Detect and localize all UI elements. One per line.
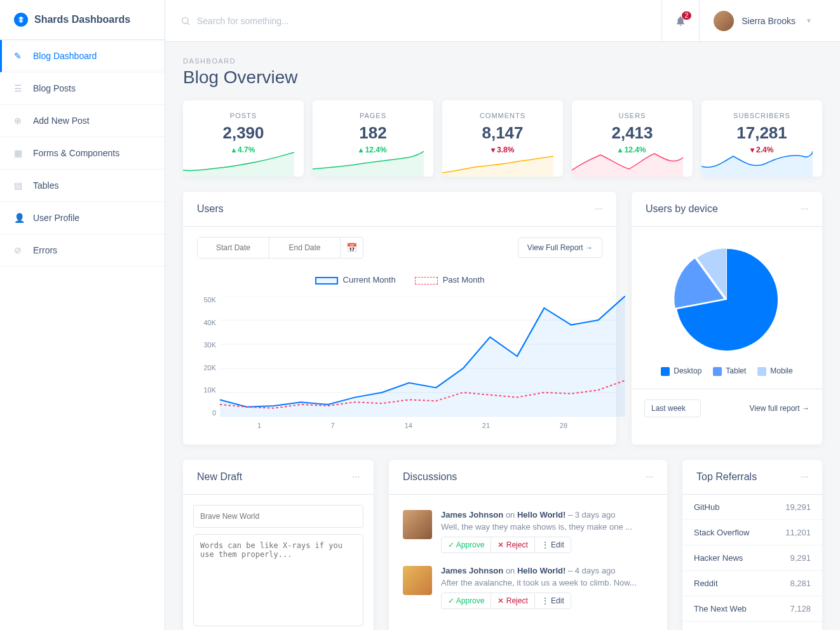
sidebar-item-label: Add New Post <box>33 116 90 126</box>
referral-row[interactable]: Hacker News9,291 <box>682 546 822 571</box>
stat-label: SUBSCRIBERS <box>701 112 822 119</box>
stat-label: COMMENTS <box>442 112 563 119</box>
sidebar-item-blog-dashboard[interactable]: ✎Blog Dashboard <box>0 40 165 72</box>
referral-row[interactable]: The Next Web7,128 <box>682 596 822 622</box>
reject-button[interactable]: ✕ Reject <box>491 537 534 553</box>
date-range: 📅 <box>197 237 363 258</box>
sidebar-item-errors[interactable]: ⊘Errors <box>0 234 165 267</box>
sidebar-item-profile[interactable]: 👤User Profile <box>0 202 165 234</box>
referral-row[interactable]: GitHub19,291 <box>682 495 822 520</box>
sidebar: Shards Dashboards ✎Blog Dashboard ☰Blog … <box>0 0 165 630</box>
referral-row[interactable]: Stack Overflow11,201 <box>682 520 822 546</box>
reject-button[interactable]: ✕ Reject <box>491 593 534 609</box>
sidebar-item-label: Forms & Components <box>33 148 119 158</box>
card-title: Users by device <box>646 203 718 215</box>
edit-button[interactable]: ⋮ Edit <box>534 537 571 553</box>
avatar <box>403 510 432 539</box>
profile-name: Sierra Brooks <box>742 16 796 26</box>
person-icon: 👤 <box>14 213 24 223</box>
search-icon <box>180 16 191 26</box>
profile-dropdown[interactable]: Sierra Brooks ▼ <box>699 0 825 42</box>
stat-users[interactable]: USERS 2,413 ▴ 12.4% <box>572 100 693 177</box>
view-full-report-link[interactable]: View full report → <box>750 404 810 413</box>
brand-title: Shards Dashboards <box>34 14 130 25</box>
discussion-item: James Johnson on Hello World! – 4 days a… <box>403 560 653 615</box>
more-icon[interactable]: ⋯ <box>595 204 602 213</box>
content: DASHBOARD Blog Overview POSTS 2,390 ▴ 4.… <box>165 42 840 630</box>
draft-title-input[interactable] <box>193 505 363 528</box>
page-title: Blog Overview <box>183 67 822 88</box>
search-input[interactable] <box>197 16 451 26</box>
search <box>180 16 661 26</box>
chevron-down-icon: ▼ <box>806 17 812 24</box>
sidebar-item-tables[interactable]: ▤Tables <box>0 170 165 202</box>
approve-button[interactable]: ✓ Approve <box>441 593 491 609</box>
legend-swatch <box>661 367 670 376</box>
sidebar-item-label: Tables <box>33 180 58 191</box>
sidebar-item-add-post[interactable]: ⊕Add New Post <box>0 105 165 137</box>
referral-value: 7,128 <box>790 604 811 613</box>
stat-value: 8,147 <box>442 123 563 143</box>
sparkline-icon <box>183 151 294 177</box>
legend-swatch <box>757 367 766 376</box>
referral-name: Reddit <box>694 579 718 588</box>
calendar-icon[interactable]: 📅 <box>340 238 363 258</box>
more-icon[interactable]: ⋯ <box>646 473 653 481</box>
more-icon[interactable]: ⋯ <box>801 473 808 481</box>
nav: ✎Blog Dashboard ☰Blog Posts ⊕Add New Pos… <box>0 40 165 267</box>
sparkline-icon <box>313 151 424 177</box>
chart-legend: Current Month Past Month <box>197 275 602 285</box>
legend-swatch-current <box>315 277 338 285</box>
sidebar-item-forms[interactable]: ▦Forms & Components <box>0 137 165 170</box>
start-date-input[interactable] <box>198 238 269 258</box>
approve-button[interactable]: ✓ Approve <box>441 537 491 553</box>
plus-icon: ⊕ <box>14 116 24 126</box>
card-title: Discussions <box>403 471 457 483</box>
edit-icon: ✎ <box>14 51 24 61</box>
sparkline-icon <box>572 151 683 177</box>
stat-label: PAGES <box>313 112 433 119</box>
notifications-button[interactable]: 2 <box>661 0 699 42</box>
referral-name: Hacker News <box>694 553 743 563</box>
users-chart: 50K40K30K20K10K0 17142128 <box>197 296 602 429</box>
end-date-input[interactable] <box>269 238 340 258</box>
stat-label: USERS <box>572 112 693 119</box>
card-title: Top Referrals <box>696 471 757 483</box>
referral-row[interactable]: Reddit8,281 <box>682 571 822 596</box>
table-icon: ▤ <box>14 180 24 191</box>
discussion-text: Well, the way they make shows is, they m… <box>441 522 653 532</box>
avatar <box>403 566 432 595</box>
stat-value: 2,390 <box>183 123 304 143</box>
stat-pages[interactable]: PAGES 182 ▴ 12.4% <box>313 100 433 177</box>
draft-body-input[interactable] <box>193 534 363 626</box>
error-icon: ⊘ <box>14 245 24 255</box>
referral-row[interactable]: Tech Crunch6,218 <box>682 622 822 630</box>
sparkline-icon <box>442 151 553 177</box>
stat-comments[interactable]: COMMENTS 8,147 ▾ 3.8% <box>442 100 563 177</box>
stat-value: 182 <box>313 123 433 143</box>
topbar: 2 Sierra Brooks ▼ <box>165 0 840 42</box>
sidebar-item-label: Blog Dashboard <box>33 51 97 61</box>
referral-value: 8,281 <box>790 579 811 588</box>
stats-row: POSTS 2,390 ▴ 4.7% PAGES 182 ▴ 12.4% COM… <box>183 100 822 177</box>
sparkline-icon <box>701 151 813 177</box>
view-full-report-button[interactable]: View Full Report → <box>518 238 602 258</box>
notification-badge: 2 <box>682 11 692 20</box>
stat-label: POSTS <box>183 112 304 119</box>
draft-card: New Draft ⋯ <box>183 460 374 630</box>
brand[interactable]: Shards Dashboards <box>0 0 165 40</box>
range-select[interactable]: Last week <box>644 399 701 417</box>
referral-value: 9,291 <box>790 553 811 563</box>
stat-subscribers[interactable]: SUBSCRIBERS 17,281 ▾ 2.4% <box>701 100 822 177</box>
sidebar-item-blog-posts[interactable]: ☰Blog Posts <box>0 72 165 105</box>
referral-name: GitHub <box>694 502 719 512</box>
more-icon[interactable]: ⋯ <box>801 204 808 213</box>
more-icon[interactable]: ⋯ <box>352 473 360 481</box>
discussion-text: After the avalanche, it took us a week t… <box>441 578 653 587</box>
svg-point-0 <box>182 17 188 23</box>
brand-logo-icon <box>14 13 28 27</box>
sidebar-item-label: Blog Posts <box>33 83 76 93</box>
stat-posts[interactable]: POSTS 2,390 ▴ 4.7% <box>183 100 304 177</box>
edit-button[interactable]: ⋮ Edit <box>534 593 571 609</box>
devices-card: Users by device ⋯ DesktopTabletMobile La… <box>632 192 822 445</box>
